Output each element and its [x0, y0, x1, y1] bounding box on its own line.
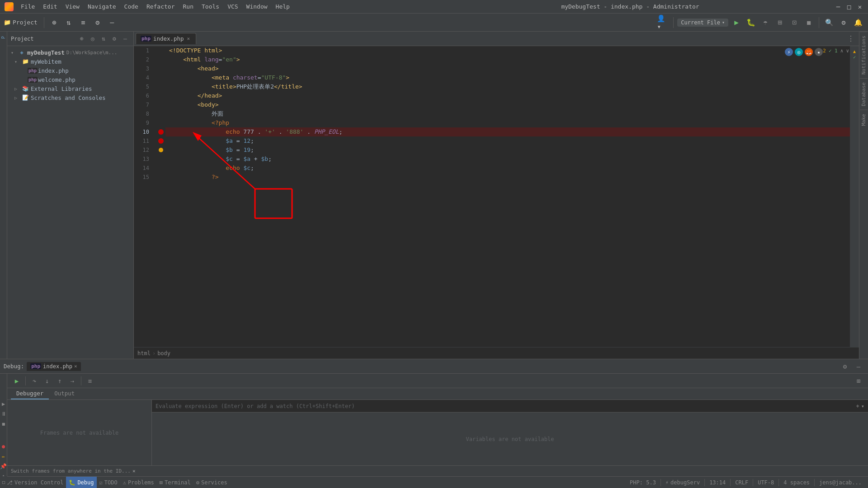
breadcrumb-body[interactable]: body [157, 350, 170, 357]
menu-tools[interactable]: Tools [198, 2, 223, 11]
breakpoint-11[interactable] [158, 138, 164, 144]
debug-resume-btn[interactable]: ▶ [11, 375, 23, 387]
debug-evaluate-btn[interactable]: ≡ [84, 375, 96, 387]
menu-run[interactable]: Run [179, 2, 197, 11]
breakpoint-10[interactable] [158, 129, 164, 135]
breadcrumb-html[interactable]: html [137, 350, 151, 357]
status-server[interactable]: ⚡ debugServ [663, 479, 703, 486]
minimize-button[interactable]: ─ [835, 3, 842, 10]
debug-strip-pin[interactable]: 📌 [0, 463, 7, 469]
status-services[interactable]: ⚙ Services [193, 477, 230, 488]
status-encoding[interactable]: UTF-8 [755, 479, 777, 486]
settings2-button[interactable]: ⚙ [837, 16, 850, 29]
debug-settings-btn[interactable]: ⚙ [839, 361, 851, 372]
tab-close-btn[interactable]: ✕ [186, 35, 192, 42]
debug-tab-output[interactable]: Output [49, 388, 80, 399]
status-todo[interactable]: ☑ TODO [97, 477, 120, 488]
tab-more-button[interactable]: ⋮ [844, 33, 857, 44]
menu-help[interactable]: Help [272, 2, 293, 11]
debug-file-close[interactable]: ✕ [74, 363, 77, 369]
debug-button[interactable]: 🐛 [745, 16, 757, 29]
main-area: P Project ⊕ ◎ ⇅ ⚙ — ▾ ◈ myDebugTest D:\W… [0, 32, 868, 359]
search-everywhere-button[interactable]: 🔍 [823, 16, 835, 29]
nav-up[interactable]: ∧ [840, 48, 844, 54]
debug-strip-pen[interactable]: ✏ [0, 453, 7, 460]
php-icon-index: php [29, 67, 36, 74]
close-button[interactable]: ✕ [856, 3, 863, 10]
tree-project-root[interactable]: ▾ ◈ myDebugTest D:\WorkSpace\m... [7, 48, 133, 57]
debug-restore-btn[interactable]: ⊞ [853, 375, 864, 387]
run-button[interactable]: ▶ [730, 16, 743, 29]
run-config-selector[interactable]: Current File ▾ [677, 19, 728, 27]
debug-step-out-btn[interactable]: ↑ [54, 375, 66, 387]
status-terminal[interactable]: ⊞ Terminal [157, 477, 193, 488]
debug-tab-debugger[interactable]: Debugger [11, 388, 49, 399]
notif-icon-1[interactable]: ⚡ [785, 48, 793, 56]
tree-mywebitem[interactable]: ▾ 📁 myWebitem [7, 57, 133, 66]
hide-button[interactable]: — [106, 16, 118, 29]
debug-strip-stop[interactable]: ◼ [0, 421, 7, 427]
debug-strip-play[interactable]: ▶ [0, 401, 7, 407]
notif-icon-2[interactable]: ◎ [795, 48, 803, 56]
menu-navigate[interactable]: Navigate [84, 2, 120, 11]
line-num-14: 14 [134, 164, 153, 173]
debug-run-cursor-btn[interactable]: ⇢ [66, 375, 78, 387]
menu-refactor[interactable]: Refactor [143, 2, 179, 11]
sidebar-add-btn[interactable]: ⊕ [77, 34, 86, 43]
code-view[interactable]: <!DOCTYPE html> <html lang="en"> <head> … [165, 46, 850, 347]
debug-strip-pause[interactable]: ⏸ [0, 411, 7, 417]
debug-step-into-btn[interactable]: ↓ [41, 375, 53, 387]
status-user[interactable]: jens@jacab... [816, 479, 864, 486]
menu-view[interactable]: View [62, 2, 83, 11]
debug-minimize-btn[interactable]: — [853, 361, 864, 372]
menu-code[interactable]: Code [121, 2, 142, 11]
user-button[interactable]: 👤▾ [657, 16, 670, 29]
coverage-button[interactable]: ☂ [759, 16, 772, 29]
status-problems[interactable]: ⚠ Problems [120, 477, 157, 488]
add-button[interactable]: ⊕ [48, 16, 61, 29]
sidebar-locate-btn[interactable]: ◎ [88, 34, 97, 43]
notifications-panel-tab[interactable]: Notifications [860, 32, 868, 78]
menu-edit[interactable]: Edit [39, 2, 61, 11]
status-debug[interactable]: 🐛 Debug [66, 477, 96, 488]
run-other-button[interactable]: ⊡ [788, 16, 801, 29]
maximize-button[interactable]: □ [845, 3, 853, 10]
profile-button[interactable]: ⊞ [774, 16, 786, 29]
menu-window[interactable]: Window [243, 2, 271, 11]
sidebar-settings-btn[interactable]: ⚙ [110, 34, 119, 43]
tree-index-php[interactable]: ▷ php index.php [7, 66, 133, 75]
debug-file-tab[interactable]: php index.php ✕ [27, 362, 81, 371]
editor-content[interactable]: 1 2 3 4 5 6 7 8 9 10 11 12 13 14 15 [134, 46, 859, 347]
settings-button[interactable]: ⚙ [91, 16, 104, 29]
sync-button[interactable]: ⇅ [62, 16, 75, 29]
notifications-button[interactable]: 🔔 [852, 16, 864, 29]
status-indent[interactable]: 4 spaces [781, 479, 812, 486]
tree-scratches[interactable]: ▷ 📝 Scratches and Consoles [7, 93, 133, 102]
watch-placeholder[interactable]: Evaluate expression (Enter) or add a wat… [156, 403, 355, 409]
menu-file[interactable]: File [17, 2, 38, 11]
status-left-icon[interactable]: ◻ [0, 476, 7, 488]
editor-tab-index[interactable]: php index.php ✕ [136, 33, 196, 44]
nav-down[interactable]: ∨ [846, 48, 849, 54]
menu-vcs[interactable]: VCS [224, 2, 241, 11]
database-panel-tab[interactable]: Database [860, 78, 868, 110]
switch-frames-close[interactable]: ✕ [132, 468, 136, 474]
watch-add-btn[interactable]: + ▾ [856, 403, 864, 409]
tree-external-libs[interactable]: ▷ 📚 External Libraries [7, 84, 133, 93]
stop-button[interactable]: ◼ [802, 16, 815, 29]
collapse-button[interactable]: ≡ [77, 16, 90, 29]
debug-strip-arrow-up[interactable]: ↑ [0, 473, 7, 476]
debug-step-over-btn[interactable]: ↷ [28, 375, 40, 387]
tree-welcome-php[interactable]: ▷ php welcome.php [7, 75, 133, 84]
notif-icon-3[interactable]: 🦊 [805, 48, 813, 56]
sidebar-collapse-btn[interactable]: ⇅ [99, 34, 108, 43]
sidebar-hide-btn[interactable]: — [121, 34, 130, 43]
status-php-version[interactable]: PHP: 5.3 [627, 479, 659, 486]
tree-scratches-label: Scratches and Consoles [31, 94, 106, 101]
notif-icon-4[interactable]: ★ [815, 48, 823, 56]
status-crlf[interactable]: CRLF [732, 479, 751, 486]
project-panel-tab[interactable]: P [0, 33, 7, 42]
terminal-label: Terminal [165, 479, 191, 486]
status-version-control[interactable]: ⎇ Version Control [4, 477, 66, 488]
make-panel-tab[interactable]: Make [860, 110, 868, 130]
